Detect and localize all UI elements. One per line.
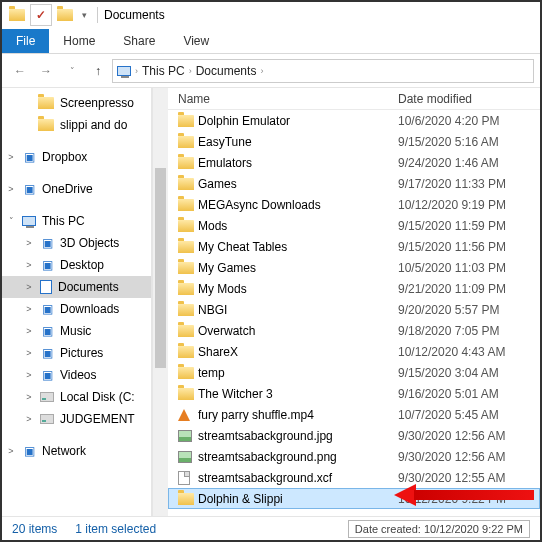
column-modified[interactable]: Date modified xyxy=(398,92,540,106)
file-date: 9/16/2020 5:01 AM xyxy=(398,387,540,401)
drive-icon xyxy=(40,392,54,402)
nav-label: Music xyxy=(60,324,91,338)
nav-label: slippi and do xyxy=(60,118,127,132)
breadcrumb-documents[interactable]: Documents› xyxy=(196,64,264,78)
file-row[interactable]: Dolphin Emulator10/6/2020 4:20 PM xyxy=(168,110,540,131)
file-row[interactable]: streamtsabackground.png9/30/2020 12:56 A… xyxy=(168,446,540,467)
file-row[interactable]: streamtsabackground.xcf9/30/2020 12:55 A… xyxy=(168,467,540,488)
file-name: My Mods xyxy=(198,282,398,296)
nav-label: OneDrive xyxy=(42,182,93,196)
file-name: streamtsabackground.jpg xyxy=(198,429,398,443)
recent-dropdown-icon[interactable]: ˅ xyxy=(60,59,84,83)
qat-newfolder-icon[interactable] xyxy=(54,4,76,26)
file-row[interactable]: streamtsabackground.jpg9/30/2020 12:56 A… xyxy=(168,425,540,446)
file-row[interactable]: My Cheat Tables9/15/2020 11:56 PM xyxy=(168,236,540,257)
breadcrumb-thispc[interactable]: This PC› xyxy=(142,64,192,78)
file-list[interactable]: Dolphin Emulator10/6/2020 4:20 PMEasyTun… xyxy=(168,110,540,516)
file-date: 9/17/2020 11:33 PM xyxy=(398,177,540,191)
file-date: 9/15/2020 11:59 PM xyxy=(398,219,540,233)
status-item-count: 20 items xyxy=(12,522,57,536)
file-name: NBGI xyxy=(198,303,398,317)
file-row[interactable]: My Mods9/21/2020 11:09 PM xyxy=(168,278,540,299)
file-row[interactable]: Overwatch9/18/2020 7:05 PM xyxy=(168,320,540,341)
nav-item[interactable]: >▣OneDrive xyxy=(2,178,151,200)
nav-item[interactable]: >JUDGEMENT xyxy=(2,408,151,430)
nav-item[interactable]: >▣Pictures xyxy=(2,342,151,364)
nav-label: Videos xyxy=(60,368,96,382)
file-row[interactable]: Mods9/15/2020 11:59 PM xyxy=(168,215,540,236)
qat-dropdown-icon[interactable]: ▾ xyxy=(78,10,91,20)
file-name: streamtsabackground.png xyxy=(198,450,398,464)
qat-properties-icon[interactable]: ✓ xyxy=(30,4,52,26)
file-name: Games xyxy=(198,177,398,191)
doc-icon xyxy=(40,280,52,294)
file-date: 9/15/2020 11:56 PM xyxy=(398,240,540,254)
file-row[interactable]: temp9/15/2020 3:04 AM xyxy=(168,362,540,383)
back-button[interactable]: ← xyxy=(8,59,32,83)
nav-item[interactable]: >▣Desktop xyxy=(2,254,151,276)
file-row[interactable]: ShareX10/12/2020 4:43 AM xyxy=(168,341,540,362)
file-row[interactable]: EasyTune9/15/2020 5:16 AM xyxy=(168,131,540,152)
file-date: 9/30/2020 12:55 AM xyxy=(398,471,540,485)
file-name: ShareX xyxy=(198,345,398,359)
ribbon-tab-share[interactable]: Share xyxy=(109,29,169,53)
column-name[interactable]: Name xyxy=(168,92,398,106)
file-name: Dolphin Emulator xyxy=(198,114,398,128)
file-row[interactable]: Dolphin & Slippi10/12/2020 9:22 PM xyxy=(168,488,540,509)
file-name: fury parry shuffle.mp4 xyxy=(198,408,398,422)
nav-label: Dropbox xyxy=(42,150,87,164)
nav-label: This PC xyxy=(42,214,85,228)
file-row[interactable]: NBGI9/20/2020 5:57 PM xyxy=(168,299,540,320)
file-name: Overwatch xyxy=(198,324,398,338)
generic-icon: ▣ xyxy=(40,368,54,382)
folder-icon xyxy=(178,367,198,379)
nav-item[interactable]: >▣Dropbox xyxy=(2,146,151,168)
nav-item[interactable]: Screenpresso xyxy=(2,92,151,114)
nav-item[interactable]: >▣Videos xyxy=(2,364,151,386)
nav-item[interactable]: >▣Music xyxy=(2,320,151,342)
nav-item[interactable]: >Local Disk (C: xyxy=(2,386,151,408)
nav-item[interactable]: >▣Network xyxy=(2,440,151,462)
file-name: EasyTune xyxy=(198,135,398,149)
up-button[interactable]: ↑ xyxy=(86,59,110,83)
nav-item[interactable]: >▣3D Objects xyxy=(2,232,151,254)
folder-icon xyxy=(178,325,198,337)
image-icon xyxy=(178,430,198,442)
address-box[interactable]: › This PC› Documents› xyxy=(112,59,534,83)
file-row[interactable]: Emulators9/24/2020 1:46 AM xyxy=(168,152,540,173)
file-name: My Games xyxy=(198,261,398,275)
file-date: 9/20/2020 5:57 PM xyxy=(398,303,540,317)
qat-folder-icon[interactable] xyxy=(6,4,28,26)
ribbon-file[interactable]: File xyxy=(2,29,49,53)
generic-icon: ▣ xyxy=(22,150,36,164)
nav-label: JUDGEMENT xyxy=(60,412,135,426)
pc-icon xyxy=(117,66,131,76)
nav-scrollbar[interactable] xyxy=(152,88,168,516)
nav-item[interactable]: ˅This PC xyxy=(2,210,151,232)
nav-label: Network xyxy=(42,444,86,458)
column-headers[interactable]: Name Date modified xyxy=(168,88,540,110)
file-row[interactable]: The Witcher 39/16/2020 5:01 AM xyxy=(168,383,540,404)
file-date: 10/5/2020 11:03 PM xyxy=(398,261,540,275)
status-selected: 1 item selected xyxy=(75,522,156,536)
nav-item[interactable]: >▣Downloads xyxy=(2,298,151,320)
file-name: Dolphin & Slippi xyxy=(198,492,398,506)
folder-icon xyxy=(178,241,198,253)
chevron-right-icon[interactable]: › xyxy=(135,66,138,76)
generic-icon: ▣ xyxy=(22,444,36,458)
forward-button[interactable]: → xyxy=(34,59,58,83)
ribbon-tab-view[interactable]: View xyxy=(169,29,223,53)
nav-item[interactable]: slippi and do xyxy=(2,114,151,136)
nav-item[interactable]: >Documents xyxy=(2,276,151,298)
file-row[interactable]: Games9/17/2020 11:33 PM xyxy=(168,173,540,194)
ribbon-tab-home[interactable]: Home xyxy=(49,29,109,53)
nav-label: 3D Objects xyxy=(60,236,119,250)
file-row[interactable]: fury parry shuffle.mp410/7/2020 5:45 AM xyxy=(168,404,540,425)
file-icon xyxy=(178,471,198,485)
file-row[interactable]: My Games10/5/2020 11:03 PM xyxy=(168,257,540,278)
file-row[interactable]: MEGAsync Downloads10/12/2020 9:19 PM xyxy=(168,194,540,215)
video-icon xyxy=(178,409,198,421)
file-date: 9/15/2020 3:04 AM xyxy=(398,366,540,380)
address-bar: ← → ˅ ↑ › This PC› Documents› xyxy=(2,54,540,88)
tooltip: Date created: 10/12/2020 9:22 PM xyxy=(348,520,530,538)
